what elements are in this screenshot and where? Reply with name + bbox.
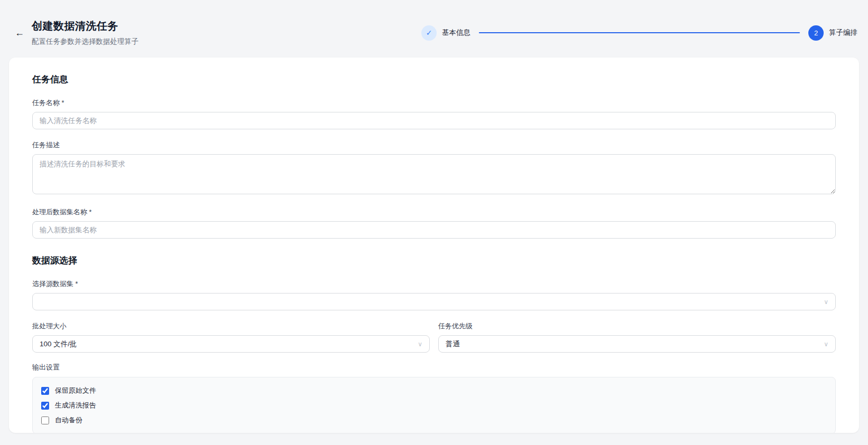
batch-size-group: 批处理大小 100 文件/批 ∨ <box>32 321 430 353</box>
priority-group: 任务优先级 普通 ∨ <box>438 321 836 353</box>
generate-cleaning-report-checkbox[interactable] <box>41 402 49 410</box>
batch-size-label: 批处理大小 <box>32 321 430 331</box>
task-form-card: 任务信息 任务名称 * 任务描述 处理后数据集名称 * 数据源选择 选择源数据集… <box>9 58 859 433</box>
chevron-down-icon: ∨ <box>824 298 828 305</box>
generate-cleaning-report-option[interactable]: 生成清洗报告 <box>41 398 827 413</box>
output-settings-label: 输出设置 <box>32 363 836 372</box>
keep-original-files-checkbox[interactable] <box>41 387 49 395</box>
task-name-group: 任务名称 * <box>32 98 836 129</box>
auto-backup-option[interactable]: 自动备份 <box>41 413 827 428</box>
priority-value: 普通 <box>446 339 460 349</box>
section-task-info: 任务信息 <box>32 73 836 86</box>
step-number-badge: 2 <box>808 25 824 41</box>
task-desc-group: 任务描述 <box>32 140 836 196</box>
keep-original-files-label: 保留原始文件 <box>55 386 96 395</box>
back-button[interactable]: ← <box>11 24 29 42</box>
title-block: 创建数据清洗任务 配置任务参数并选择数据处理算子 <box>32 19 139 46</box>
source-dataset-group: 选择源数据集 * ∨ <box>32 279 836 310</box>
output-settings-group: 保留原始文件 生成清洗报告 自动备份 <box>32 377 836 433</box>
batch-size-select[interactable]: 100 文件/批 ∨ <box>32 335 430 353</box>
auto-backup-label: 自动备份 <box>55 415 82 425</box>
keep-original-files-option[interactable]: 保留原始文件 <box>41 383 827 398</box>
section-data-source: 数据源选择 <box>32 254 836 267</box>
priority-label: 任务优先级 <box>438 321 836 331</box>
step-connector-line <box>479 32 800 33</box>
step-operator-orchestration-label: 算子编排 <box>829 28 857 37</box>
batch-priority-row: 批处理大小 100 文件/批 ∨ 任务优先级 普通 ∨ <box>32 321 836 353</box>
result-dataset-group: 处理后数据集名称 * <box>32 207 836 239</box>
task-desc-textarea[interactable] <box>32 154 836 194</box>
chevron-down-icon: ∨ <box>824 340 828 347</box>
page-subtitle: 配置任务参数并选择数据处理算子 <box>32 37 139 46</box>
page-header: ← 创建数据清洗任务 配置任务参数并选择数据处理算子 ✓ 基本信息 2 算子编排 <box>0 0 868 53</box>
generate-cleaning-report-label: 生成清洗报告 <box>55 401 96 410</box>
task-desc-label: 任务描述 <box>32 140 836 150</box>
batch-size-value: 100 文件/批 <box>40 339 77 349</box>
task-name-input[interactable] <box>32 112 836 129</box>
page-title: 创建数据清洗任务 <box>32 19 139 33</box>
result-dataset-input[interactable] <box>32 221 836 239</box>
step-indicator: ✓ 基本信息 2 算子编排 <box>421 25 857 41</box>
step-basic-info[interactable]: ✓ 基本信息 <box>421 25 470 41</box>
step-basic-info-label: 基本信息 <box>442 28 470 37</box>
task-name-label: 任务名称 * <box>32 98 836 108</box>
step-completed-check-icon: ✓ <box>421 25 437 41</box>
priority-select[interactable]: 普通 ∨ <box>438 335 836 353</box>
result-dataset-label: 处理后数据集名称 * <box>32 207 836 217</box>
source-dataset-select[interactable]: ∨ <box>32 293 836 310</box>
source-dataset-label: 选择源数据集 * <box>32 279 836 289</box>
step-operator-orchestration[interactable]: 2 算子编排 <box>808 25 857 41</box>
chevron-down-icon: ∨ <box>418 340 422 347</box>
auto-backup-checkbox[interactable] <box>41 416 49 424</box>
